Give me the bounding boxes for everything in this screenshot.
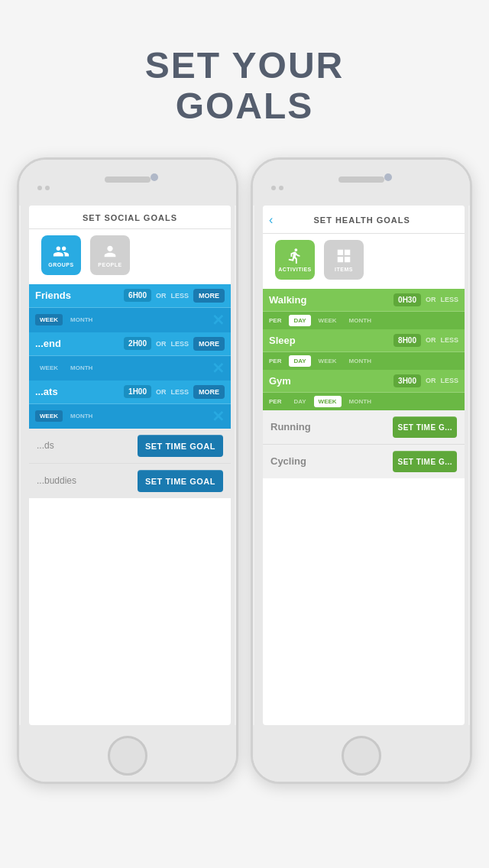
set-time-goal-btn-2[interactable]: SET TIME GOAL <box>138 470 223 492</box>
page-title-section: SET YOUR GOALS <box>0 0 489 150</box>
period-day-walking[interactable]: DAY <box>289 315 310 326</box>
close-end-icon[interactable]: ✕ <box>212 359 225 377</box>
social-item-name-end: ...end <box>35 338 119 349</box>
health-set-time-btn-2[interactable]: SET TIME G... <box>393 451 457 472</box>
close-ats-icon[interactable]: ✕ <box>212 407 225 426</box>
social-more-ats[interactable]: MORE <box>193 385 225 399</box>
period-week-gym[interactable]: WEEK <box>314 396 342 407</box>
right-phone-speaker <box>338 177 384 183</box>
period-week-end[interactable]: WEEK <box>35 362 63 374</box>
social-people-btn[interactable]: PEOPLE <box>90 235 130 275</box>
social-header-title: SET SOCIAL GOALS <box>29 213 231 222</box>
social-groups-btn[interactable]: GROUPS <box>41 235 81 275</box>
set-time-goal-btn-1[interactable]: SET TIME GOAL <box>138 435 223 457</box>
health-set-time-row-2: Cycling SET TIME G... <box>263 444 465 478</box>
items-icon <box>335 248 352 264</box>
page-title: SET YOUR GOALS <box>0 46 489 127</box>
health-item-gym[interactable]: Gym 3H00 OR LESS <box>263 370 465 393</box>
health-period-sleep: PER DAY WEEK MONTH <box>263 352 465 370</box>
people-icon <box>102 243 118 260</box>
health-items-btn[interactable]: ITEMS <box>324 240 364 280</box>
set-time-row-1: ...ds SET TIME GOAL <box>29 429 231 463</box>
phones-container: SET SOCIAL GOALS GROUPS PEOPLE <box>0 157 489 784</box>
set-time-name-2: ...buddies <box>37 475 76 486</box>
left-phone-speaker <box>105 177 151 183</box>
period-month-sleep[interactable]: MONTH <box>345 355 376 367</box>
period-month-ats[interactable]: MONTH <box>66 410 97 422</box>
health-item-name-walking: Walking <box>269 294 389 306</box>
social-more-friends[interactable]: MORE <box>193 289 225 303</box>
social-item-friends[interactable]: Friends 6H00 OR LESS MORE <box>29 284 231 308</box>
health-activities-btn[interactable]: ACTIVITIES <box>275 240 315 280</box>
period-month-gym[interactable]: MONTH <box>345 396 376 407</box>
social-time-end: 2H00 <box>124 337 151 350</box>
set-time-name-1: ...ds <box>37 440 54 451</box>
health-time-gym: 3H00 <box>393 374 421 387</box>
period-month-friends[interactable]: MONTH <box>66 314 97 326</box>
right-phone-home-btn[interactable] <box>342 736 381 776</box>
social-period-ats: WEEK MONTH ✕ <box>29 404 231 429</box>
health-item-name-sleep: Sleep <box>269 335 389 346</box>
right-phone: ‹ SET HEALTH GOALS ACTIVITIES ITEMS <box>251 157 472 784</box>
right-phone-bottom <box>253 725 470 784</box>
social-item-name-ats: ...ats <box>35 386 119 397</box>
period-day-gym[interactable]: DAY <box>289 396 310 407</box>
health-item-name-gym: Gym <box>269 375 389 387</box>
set-time-row-2: ...buddies SET TIME GOAL <box>29 463 231 498</box>
left-phone-bottom <box>19 725 236 784</box>
health-item-sleep[interactable]: Sleep 8H00 OR LESS <box>263 329 465 352</box>
health-item-walking[interactable]: Walking 0H30 OR LESS <box>263 289 465 312</box>
period-week-sleep[interactable]: WEEK <box>314 355 342 367</box>
health-set-time-btn-1[interactable]: SET TIME G... <box>393 416 457 438</box>
health-header: ‹ SET HEALTH GOALS <box>263 206 465 234</box>
health-back-btn[interactable]: ‹ <box>269 213 273 227</box>
social-time-friends: 6H00 <box>124 289 151 302</box>
social-period-friends: WEEK MONTH ✕ <box>29 308 231 332</box>
period-month-walking[interactable]: MONTH <box>345 315 376 326</box>
health-icons-row: ACTIVITIES ITEMS <box>263 234 465 289</box>
social-item-ats[interactable]: ...ats 1H00 OR LESS MORE <box>29 381 231 404</box>
right-phone-top <box>253 160 470 206</box>
social-more-end[interactable]: MORE <box>193 337 225 351</box>
left-phone-screen: SET SOCIAL GOALS GROUPS PEOPLE <box>29 206 231 725</box>
health-set-time-name-2: Cycling <box>270 455 306 467</box>
period-month-end[interactable]: MONTH <box>66 362 97 374</box>
left-phone-camera <box>151 173 158 181</box>
period-week-walking[interactable]: WEEK <box>314 315 342 326</box>
groups-icon <box>53 243 70 260</box>
close-friends-icon[interactable]: ✕ <box>212 311 225 329</box>
social-time-ats: 1H00 <box>124 385 151 398</box>
right-phone-dots <box>271 186 283 190</box>
activities-icon <box>287 248 303 264</box>
health-set-time-name-1: Running <box>270 421 311 432</box>
social-item-name-friends: Friends <box>35 290 119 301</box>
health-time-sleep: 8H00 <box>393 334 421 347</box>
social-header: SET SOCIAL GOALS <box>29 206 231 229</box>
social-item-end[interactable]: ...end 2H00 OR LESS MORE <box>29 332 231 356</box>
social-icons-row: GROUPS PEOPLE <box>29 229 231 284</box>
health-header-title: SET HEALTH GOALS <box>277 215 446 225</box>
left-phone-top <box>19 160 236 206</box>
period-day-sleep[interactable]: DAY <box>289 355 310 367</box>
period-week-ats[interactable]: WEEK <box>35 410 63 422</box>
social-period-end: WEEK MONTH ✕ <box>29 356 231 381</box>
period-week-friends[interactable]: WEEK <box>35 314 63 326</box>
left-phone: SET SOCIAL GOALS GROUPS PEOPLE <box>17 157 238 784</box>
left-phone-home-btn[interactable] <box>108 736 147 776</box>
right-phone-screen: ‹ SET HEALTH GOALS ACTIVITIES ITEMS <box>263 206 465 725</box>
right-phone-camera <box>384 173 392 181</box>
left-phone-dots <box>37 186 50 190</box>
health-time-walking: 0H30 <box>393 293 421 306</box>
health-set-time-row-1: Running SET TIME G... <box>263 410 465 444</box>
health-period-walking: PER DAY WEEK MONTH <box>263 312 465 329</box>
health-period-gym: PER DAY WEEK MONTH <box>263 393 465 410</box>
